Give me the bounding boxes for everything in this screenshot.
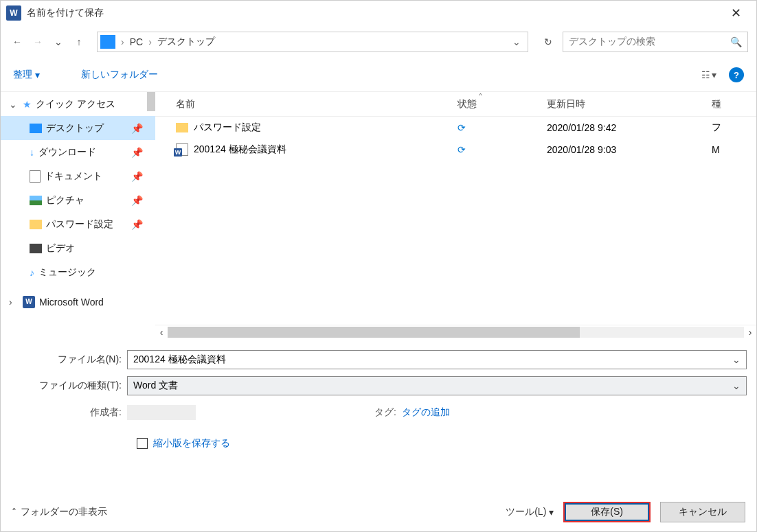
- chevron-down-icon: ▾: [549, 507, 554, 518]
- thispc-icon: [100, 35, 115, 49]
- tag-label: タグ:: [374, 406, 396, 419]
- word-app-icon: W: [6, 5, 21, 21]
- search-input[interactable]: デスクトップの検索 🔍: [563, 32, 748, 52]
- main-area: ⌄ ★ クイック アクセス デスクトップ 📌 ↓ ダウンロード 📌 ドキュメント…: [1, 91, 756, 338]
- download-icon: ↓: [30, 147, 34, 158]
- breadcrumb-pc[interactable]: PC: [126, 36, 147, 47]
- help-icon[interactable]: ?: [729, 67, 744, 82]
- address-bar[interactable]: › PC › デスクトップ ⌄: [97, 32, 528, 52]
- chevron-down-icon[interactable]: ⌄: [732, 380, 741, 391]
- chevron-up-icon: ˄: [12, 507, 16, 518]
- sidebar-item-pictures[interactable]: ピクチャ 📌: [1, 188, 155, 212]
- up-icon[interactable]: ↑: [71, 34, 87, 50]
- thumbnail-label[interactable]: 縮小版を保存する: [153, 437, 230, 450]
- scroll-right-icon[interactable]: ›: [744, 327, 756, 338]
- pin-icon: 📌: [131, 195, 143, 206]
- author-label: 作成者:: [10, 406, 127, 419]
- horizontal-scrollbar[interactable]: ‹ ›: [155, 325, 756, 338]
- filetype-label: ファイルの種類(T):: [10, 380, 127, 392]
- collapse-icon[interactable]: ⌄: [9, 99, 19, 110]
- chevron-down-icon: ▾: [35, 69, 40, 80]
- scroll-track[interactable]: [168, 327, 744, 338]
- pin-icon: 📌: [131, 147, 143, 158]
- folder-icon: [176, 123, 188, 132]
- cancel-button[interactable]: キャンセル: [660, 502, 745, 522]
- window-title: 名前を付けて保存: [27, 7, 104, 19]
- sort-indicator-icon: ˄: [478, 92, 483, 103]
- search-icon[interactable]: 🔍: [730, 36, 742, 47]
- picture-icon: [30, 196, 42, 205]
- word-doc-icon: [176, 143, 188, 156]
- music-icon: ♪: [30, 267, 34, 278]
- col-name[interactable]: 名前: [155, 98, 457, 111]
- add-tag-link[interactable]: タグの追加: [402, 406, 450, 419]
- close-icon[interactable]: ✕: [721, 5, 751, 21]
- sidebar-item-passwords[interactable]: パスワード設定 📌: [1, 212, 155, 236]
- folder-icon: [30, 220, 42, 229]
- breadcrumb-sep: ›: [147, 36, 153, 47]
- pin-icon: 📌: [131, 219, 143, 230]
- col-state[interactable]: 状態: [457, 98, 547, 111]
- chevron-down-icon: ▾: [712, 69, 716, 80]
- video-icon: [30, 244, 42, 253]
- toolbar: 整理▾ 新しいフォルダー ☷ ▾ ?: [1, 58, 756, 91]
- sidebar-quick-access[interactable]: ⌄ ★ クイック アクセス: [1, 92, 155, 116]
- breadcrumb-sep: ›: [120, 36, 126, 47]
- titlebar: W 名前を付けて保存 ✕: [1, 1, 756, 25]
- col-date[interactable]: 更新日時: [547, 98, 712, 111]
- scroll-left-icon[interactable]: ‹: [155, 327, 168, 338]
- author-field[interactable]: [127, 405, 196, 420]
- star-icon: ★: [23, 99, 32, 110]
- new-folder-button[interactable]: 新しいフォルダー: [81, 69, 158, 81]
- expand-icon[interactable]: ›: [9, 297, 19, 308]
- folder-icon: [30, 124, 42, 133]
- pin-icon: 📌: [131, 171, 143, 182]
- list-item[interactable]: パスワード設定 ⟳ 2020/01/28 9:42 フ: [155, 117, 756, 139]
- col-type[interactable]: 種: [712, 98, 756, 111]
- filetype-select[interactable]: Word 文書 ⌄: [127, 376, 747, 395]
- sidebar-item-documents[interactable]: ドキュメント 📌: [1, 164, 155, 188]
- column-headers[interactable]: ˄ 名前 状態 更新日時 種: [155, 92, 756, 117]
- refresh-icon[interactable]: ↻: [538, 32, 558, 52]
- sidebar: ⌄ ★ クイック アクセス デスクトップ 📌 ↓ ダウンロード 📌 ドキュメント…: [1, 92, 155, 338]
- form-area: ファイル名(N): 200124 極秘会議資料 ⌄ ファイルの種類(T): Wo…: [1, 338, 756, 469]
- list-item[interactable]: 200124 極秘会議資料 ⟳ 2020/01/28 9:03 M: [155, 139, 756, 161]
- sidebar-item-word[interactable]: › W Microsoft Word: [1, 290, 155, 314]
- footer: ˄ フォルダーの非表示 ツール(L) ▾ 保存(S) キャンセル: [1, 493, 756, 531]
- chevron-down-icon[interactable]: ⌄: [732, 354, 741, 365]
- back-icon[interactable]: ←: [9, 34, 25, 50]
- forward-icon: →: [30, 34, 46, 50]
- tools-menu[interactable]: ツール(L) ▾: [506, 506, 554, 518]
- sidebar-scrollbar[interactable]: [147, 92, 155, 111]
- navigation-bar: ← → ⌄ ↑ › PC › デスクトップ ⌄ ↻ デスクトップの検索 🔍: [1, 25, 756, 58]
- filename-label: ファイル名(N):: [10, 354, 127, 366]
- scroll-thumb[interactable]: [168, 327, 580, 338]
- sidebar-item-videos[interactable]: ビデオ: [1, 236, 155, 260]
- thumbnail-checkbox[interactable]: [137, 438, 148, 449]
- view-icon: ☷: [701, 69, 710, 80]
- sidebar-item-desktop[interactable]: デスクトップ 📌: [1, 116, 155, 140]
- filename-input[interactable]: 200124 極秘会議資料 ⌄: [127, 350, 747, 369]
- sidebar-item-music[interactable]: ♪ ミュージック: [1, 260, 155, 284]
- sync-icon: ⟳: [457, 122, 466, 133]
- sync-icon: ⟳: [457, 144, 466, 155]
- address-dropdown-icon[interactable]: ⌄: [508, 36, 525, 47]
- sidebar-item-downloads[interactable]: ↓ ダウンロード 📌: [1, 140, 155, 164]
- file-pane: ˄ 名前 状態 更新日時 種 パスワード設定 ⟳ 2020/01/28 9:42…: [155, 92, 756, 338]
- pin-icon: 📌: [131, 123, 143, 134]
- save-button[interactable]: 保存(S): [563, 502, 651, 522]
- word-icon: W: [23, 296, 35, 308]
- document-icon: [30, 170, 41, 183]
- search-placeholder: デスクトップの検索: [569, 36, 655, 48]
- breadcrumb-folder[interactable]: デスクトップ: [153, 36, 219, 48]
- view-options-button[interactable]: ☷ ▾: [701, 69, 716, 80]
- organize-menu[interactable]: 整理▾: [13, 69, 40, 81]
- hide-folders-button[interactable]: ˄ フォルダーの非表示: [12, 506, 107, 518]
- recent-dropdown-icon[interactable]: ⌄: [50, 34, 67, 50]
